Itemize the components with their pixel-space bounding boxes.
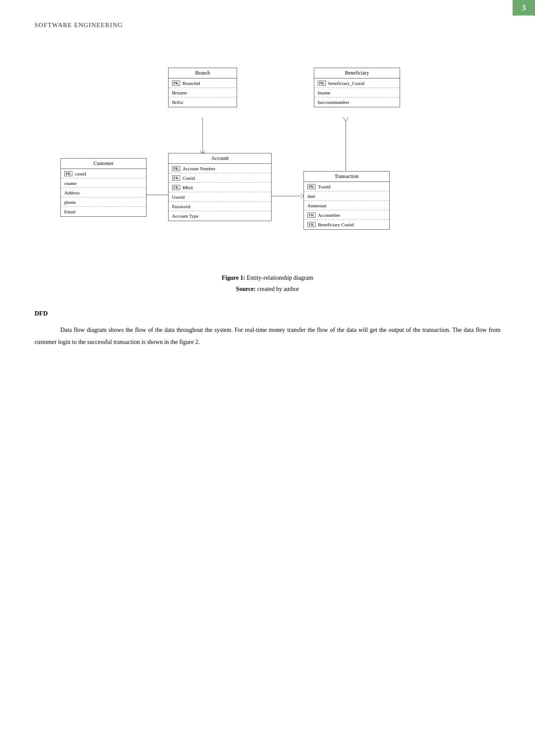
pk-badge: PK <box>318 81 326 86</box>
account-field-brid: FK BRid <box>169 183 271 192</box>
customer-title: Customer <box>61 159 146 169</box>
pk-badge: PK <box>64 171 72 176</box>
account-field-password: Password <box>169 202 271 211</box>
fk-badge: FK <box>307 222 316 227</box>
beneficiary-title: Beneficiary <box>314 68 400 78</box>
svg-line-11 <box>343 117 346 122</box>
beneficiary-field-baccnum: baccountnumber <box>314 97 400 107</box>
transaction-title: Transaction <box>304 172 389 182</box>
customer-field-email: Email <box>61 207 146 216</box>
source-bold: Source: <box>236 286 256 292</box>
source-line: Source: created by author <box>34 286 501 293</box>
entity-account: Account PK Account Number FK Custid FK B… <box>168 153 272 221</box>
transaction-field-accnum: FK Accnumber <box>304 210 389 220</box>
branch-field-branchid: PK Branchid <box>169 78 237 88</box>
svg-line-12 <box>346 117 348 122</box>
pk-badge: PK <box>172 81 180 86</box>
customer-field-cname: cname <box>61 178 146 188</box>
customer-field-address: Address <box>61 188 146 197</box>
figure-caption-bold: Figure 1: <box>222 275 245 281</box>
dfd-body: Data flow diagram shows the flow of the … <box>34 324 501 348</box>
transaction-field-date: date <box>304 191 389 201</box>
fk-badge: FK <box>307 212 316 218</box>
figure-caption-text: Entity-relationship diagram <box>245 275 313 281</box>
entity-customer: Customer PK custid cname Address phone E… <box>60 158 147 217</box>
account-field-custid: FK Custid <box>169 173 271 183</box>
entity-transaction: Transaction PK Tranid date Ammount FK Ac… <box>303 171 390 230</box>
er-diagram: Branch PK Branchid Brname Brifsc Benefic… <box>34 42 501 266</box>
pk-badge: PK <box>172 166 180 171</box>
account-field-accnum: PK Account Number <box>169 164 271 173</box>
branch-title: Branch <box>169 68 237 78</box>
source-text: created by author <box>256 286 299 292</box>
customer-field-phone: phone <box>61 197 146 207</box>
transaction-field-tranid: PK Tranid <box>304 182 389 191</box>
account-field-userid: Userid <box>169 192 271 202</box>
fk-badge: FK <box>172 175 180 181</box>
customer-field-custid: PK custid <box>61 169 146 178</box>
branch-field-brifsc: Brifsc <box>169 97 237 107</box>
account-title: Account <box>169 153 271 164</box>
dfd-heading: DFD <box>34 310 501 317</box>
transaction-field-amount: Ammount <box>304 201 389 210</box>
page-header: SOFTWARE ENGINEERING <box>34 22 501 29</box>
pk-badge: PK <box>307 184 316 189</box>
beneficiary-field-custid: PK beneficiary_Custid <box>314 78 400 88</box>
beneficiary-field-bname: bname <box>314 88 400 97</box>
entity-beneficiary: Beneficiary PK beneficiary_Custid bname … <box>314 68 400 107</box>
entity-branch: Branch PK Branchid Brname Brifsc <box>168 68 237 107</box>
branch-field-brname: Brname <box>169 88 237 97</box>
transaction-field-bencustid: FK Beneficiary Custid <box>304 220 389 229</box>
account-field-acctype: Account Type <box>169 211 271 221</box>
fk-badge: FK <box>172 185 180 190</box>
figure-caption: Figure 1: Entity-relationship diagram <box>34 275 501 281</box>
page-number: 3 <box>513 0 535 16</box>
